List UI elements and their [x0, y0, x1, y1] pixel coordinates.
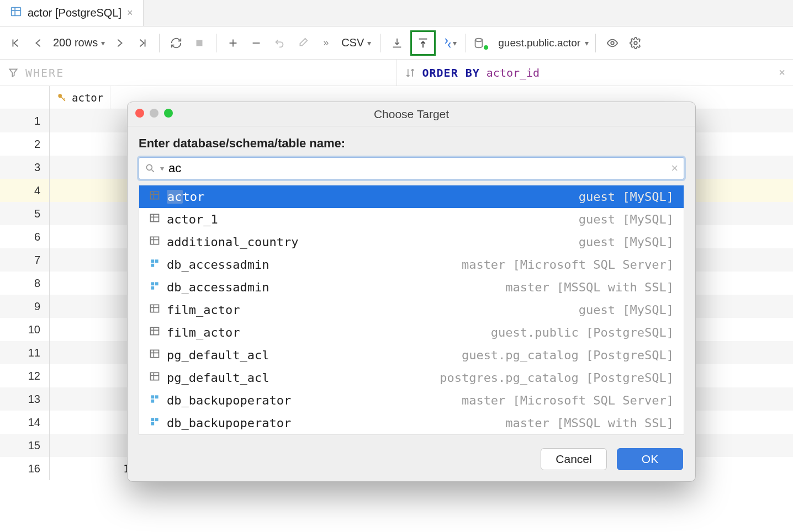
result-item[interactable]: pg_default_aclguest.pg_catalog [PostgreS…: [139, 344, 684, 366]
svg-point-2: [475, 38, 483, 41]
svg-rect-0: [12, 8, 21, 16]
remove-row-button[interactable]: [246, 33, 266, 53]
view-button[interactable]: [602, 33, 622, 53]
chevron-down-icon[interactable]: ▾: [160, 164, 164, 173]
svg-point-4: [634, 41, 637, 45]
result-hint: guest [MySQL]: [579, 303, 674, 317]
svg-rect-13: [151, 282, 154, 285]
column-header[interactable]: actor: [50, 86, 110, 109]
search-input[interactable]: [168, 161, 667, 175]
result-item[interactable]: additional_countryguest [MySQL]: [139, 231, 684, 253]
csv-label-text: CSV: [341, 36, 364, 49]
result-hint: master [MSSQL with SSL]: [505, 280, 674, 294]
zoom-window-icon[interactable]: [164, 109, 173, 118]
schema-path-dropdown[interactable]: guest.public.actor ▾: [473, 37, 589, 49]
result-name: film_actor: [167, 303, 240, 317]
row-number[interactable]: 12: [0, 364, 50, 387]
result-item[interactable]: actorguest [MySQL]: [139, 185, 684, 208]
row-number[interactable]: 4: [0, 179, 50, 202]
table-icon: [149, 212, 160, 226]
separator: [595, 34, 596, 52]
search-box[interactable]: ▾ ×: [139, 157, 684, 179]
result-item[interactable]: db_backupoperatormaster [MSSQL with SSL]: [139, 412, 684, 434]
row-number[interactable]: 11: [0, 341, 50, 364]
svg-rect-9: [151, 237, 159, 244]
download-button[interactable]: [387, 33, 407, 53]
export-format-dropdown[interactable]: CSV ▾: [339, 36, 373, 49]
separator: [216, 34, 216, 52]
refresh-button[interactable]: [166, 33, 186, 53]
upload-button-highlighted[interactable]: [410, 30, 436, 56]
row-number[interactable]: 9: [0, 295, 50, 318]
row-number[interactable]: 3: [0, 156, 50, 179]
stop-button[interactable]: [189, 33, 209, 53]
row-number[interactable]: 7: [0, 248, 50, 272]
result-item[interactable]: pg_default_aclpostgres.pg_catalog [Postg…: [139, 366, 684, 389]
result-list: actorguest [MySQL]actor_1guest [MySQL]ad…: [139, 185, 684, 435]
svg-rect-18: [151, 350, 159, 357]
table-icon: [149, 303, 160, 317]
schema-icon: [149, 280, 160, 294]
result-name: db_accessadmin: [167, 280, 269, 294]
result-name: pg_default_acl: [167, 348, 269, 362]
add-row-button[interactable]: [223, 33, 243, 53]
cancel-button[interactable]: Cancel: [541, 448, 607, 470]
svg-rect-8: [151, 214, 159, 221]
minimize-window-icon: [150, 109, 158, 118]
order-by-keyword: ORDER BY: [422, 66, 480, 79]
table-icon: [149, 235, 160, 249]
row-number[interactable]: 14: [0, 411, 50, 434]
commit-button[interactable]: [293, 33, 313, 53]
row-number[interactable]: 13: [0, 387, 50, 411]
row-number[interactable]: 8: [0, 272, 50, 295]
result-item[interactable]: db_backupoperatormaster [Microsoft SQL S…: [139, 389, 684, 412]
window-controls[interactable]: [135, 109, 173, 118]
order-by-filter[interactable]: ORDER BY actor_id ×: [397, 60, 794, 86]
compare-button[interactable]: ▾: [439, 33, 459, 53]
svg-rect-12: [151, 264, 154, 267]
result-item[interactable]: db_accessadminmaster [Microsoft SQL Serv…: [139, 253, 684, 276]
clear-icon[interactable]: ×: [779, 66, 785, 79]
svg-rect-15: [151, 286, 154, 290]
choose-target-dialog: Choose Target Enter database/schema/tabl…: [127, 102, 696, 482]
row-number[interactable]: 2: [0, 132, 50, 156]
dialog-titlebar[interactable]: Choose Target: [128, 102, 695, 126]
result-hint: postgres.pg_catalog [PostgreSQL]: [440, 371, 674, 385]
row-number[interactable]: 1: [0, 109, 50, 132]
chevron-down-icon: ▾: [585, 39, 589, 47]
row-number[interactable]: 15: [0, 434, 50, 457]
more-icon[interactable]: »: [316, 33, 336, 53]
result-item[interactable]: db_accessadminmaster [MSSQL with SSL]: [139, 276, 684, 299]
result-item[interactable]: actor_1guest [MySQL]: [139, 208, 684, 231]
close-icon[interactable]: ×: [127, 7, 133, 19]
row-number[interactable]: 16: [0, 457, 50, 480]
next-page-button[interactable]: [109, 33, 129, 53]
close-window-icon[interactable]: [135, 109, 144, 118]
result-name: actor: [167, 190, 204, 204]
row-number[interactable]: 5: [0, 202, 50, 225]
rows-dropdown[interactable]: 200 rows ▾: [52, 36, 106, 49]
result-item[interactable]: film_actorguest [MySQL]: [139, 299, 684, 321]
prev-page-button[interactable]: [29, 33, 49, 53]
where-filter[interactable]: WHERE: [0, 60, 397, 86]
svg-rect-11: [155, 259, 158, 263]
editor-tab[interactable]: actor [PostgreSQL] ×: [0, 0, 144, 26]
result-name: pg_default_acl: [167, 371, 269, 385]
svg-rect-19: [151, 373, 159, 380]
settings-button[interactable]: [626, 33, 646, 53]
sort-icon: [405, 67, 416, 78]
first-page-button[interactable]: [6, 33, 25, 53]
revert-button[interactable]: [269, 33, 289, 53]
result-hint: master [Microsoft SQL Server]: [462, 258, 674, 272]
schema-icon: [149, 393, 160, 407]
schema-icon: [149, 416, 160, 430]
ok-button[interactable]: OK: [617, 448, 683, 470]
last-page-button[interactable]: [133, 33, 152, 53]
key-icon: [56, 92, 67, 103]
row-number[interactable]: 6: [0, 225, 50, 248]
result-name: db_backupoperator: [167, 416, 291, 430]
svg-point-6: [146, 164, 152, 170]
result-item[interactable]: film_actorguest.public [PostgreSQL]: [139, 321, 684, 344]
clear-search-icon[interactable]: ×: [671, 161, 678, 175]
row-number[interactable]: 10: [0, 318, 50, 341]
